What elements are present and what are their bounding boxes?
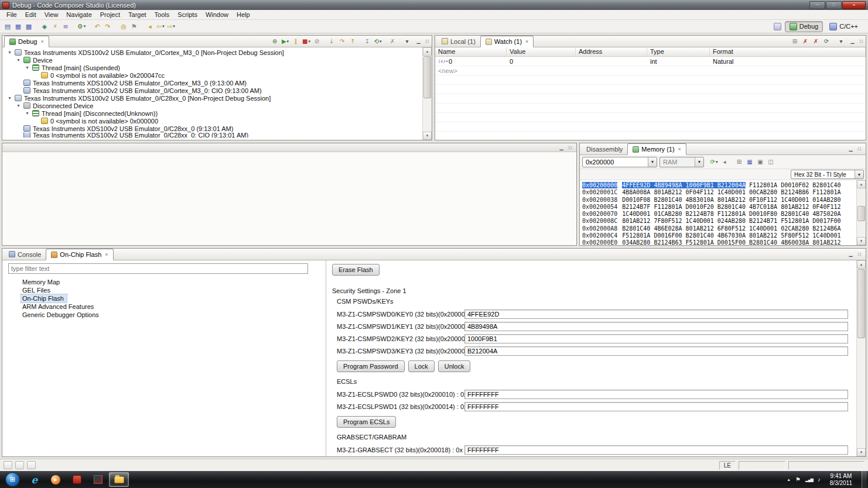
flash-field-input[interactable] [464, 310, 848, 319]
minimize-view-icon[interactable]: ▁ [846, 145, 855, 153]
minimize-view-icon[interactable]: ▁ [557, 143, 566, 152]
minimize-window-button[interactable]: ─ [809, 1, 825, 9]
memory-row[interactable]: 0x0020001C4B8A008A 801AB212 0F04F112 1C4… [582, 189, 856, 196]
combo-dropdown-icon[interactable]: ▼ [648, 157, 657, 167]
flash-options-tree-item[interactable]: GEL Files [8, 286, 320, 294]
debug-tree-item[interactable]: ▾ Texas Instruments XDS100v2 USB Emulato… [2, 94, 422, 102]
instruction-step-icon[interactable]: ↧ [362, 37, 373, 46]
debug-launch-icon[interactable]: ⚙▾ [76, 21, 87, 32]
debug-tree-item[interactable]: ▾ Disconnected Device [2, 102, 422, 109]
network-icon[interactable]: ▂▄▆ [805, 477, 813, 482]
refresh-icon[interactable]: ⟳ [821, 37, 832, 46]
new-target-config-icon[interactable]: ◈ [39, 21, 50, 32]
flash-field-input[interactable] [464, 346, 848, 356]
memory-row[interactable]: 0x002000C4F512801A D0016F00 B2801C40 4B6… [582, 232, 856, 239]
redo-icon[interactable]: ↷ [102, 21, 113, 32]
memory-scrollbar[interactable]: ▲ ▼ [856, 180, 866, 245]
view-menu-icon[interactable]: ▾ [836, 37, 846, 46]
refresh-icon[interactable]: ⟳▾ [709, 157, 719, 167]
memory-address-combo[interactable]: ▼ [582, 157, 657, 167]
watch-row[interactable]: <new> [435, 66, 866, 75]
menu-item[interactable]: Edit [21, 11, 40, 19]
menu-item[interactable]: Tools [151, 11, 174, 19]
remove-all-expressions-icon[interactable]: ✗ [811, 37, 821, 46]
tab-memory[interactable]: Memory (1) × [627, 143, 686, 155]
suspend-icon[interactable]: ∥ [291, 37, 301, 46]
flash-options-tree-item[interactable]: Generic Debugger Options [8, 311, 320, 319]
column-header[interactable]: Name [435, 47, 507, 56]
taskbar-clock[interactable]: 9:41 AM 8/3/2011 [825, 473, 857, 487]
close-tab-icon[interactable]: × [678, 146, 681, 152]
menu-item[interactable]: Project [96, 11, 124, 19]
save-memory-icon[interactable]: ▦ [744, 157, 755, 167]
flash-programmer-icon[interactable]: ⚡ [50, 21, 60, 32]
tab-debug[interactable]: Debug × [4, 36, 49, 47]
flash-field-input[interactable] [464, 390, 848, 399]
perspective-cpp[interactable]: C/C++ [825, 21, 863, 32]
memory-address-input[interactable] [583, 159, 648, 166]
debug-tree-item[interactable]: Texas Instruments XDS100v2 USB Emulator_… [2, 132, 422, 138]
maximize-view-icon[interactable]: □ [423, 37, 432, 46]
close-tab-icon[interactable]: × [525, 39, 528, 44]
maximize-view-icon[interactable]: □ [857, 37, 866, 46]
memory-row[interactable]: 0x0020008C801AB212 7F80F512 1C40D001 024… [582, 218, 856, 225]
disconnect-icon[interactable]: ⊘ [312, 37, 322, 46]
flash-field-input[interactable] [464, 322, 848, 331]
column-header[interactable]: Format [710, 47, 866, 56]
tree-expander-icon[interactable]: ▾ [25, 111, 30, 116]
program-password-button[interactable]: Program Password [337, 360, 405, 372]
memory-row[interactable]: 0x00200054B2124B7F F112801A D0010F20 B28… [582, 204, 856, 211]
minimize-view-icon[interactable]: ▁ [848, 37, 857, 46]
scrollbar-thumb[interactable] [423, 56, 431, 98]
scroll-up-icon[interactable]: ▲ [857, 180, 866, 188]
flash-field-input[interactable] [464, 334, 848, 343]
unlock-button[interactable]: Unlock [438, 360, 471, 372]
debug-tree-item[interactable]: Texas Instruments XDS100v2 USB Emulator_… [2, 125, 422, 132]
program-ecsls-button[interactable]: Program ECSLs [337, 416, 396, 428]
combo-dropdown-icon[interactable]: ▼ [695, 157, 703, 167]
history-back-icon[interactable]: ◂ [719, 157, 730, 167]
menu-item[interactable]: Help [233, 11, 254, 19]
resume-icon[interactable]: ▶▾ [280, 37, 291, 46]
undo-icon[interactable]: ↶ [92, 21, 102, 32]
tab-console[interactable]: Console [4, 249, 46, 260]
debug-tree-item[interactable]: Texas Instruments XDS100v2 USB Emulator_… [2, 87, 422, 94]
minimize-view-icon[interactable]: ▁ [846, 250, 855, 259]
lock-icon[interactable]: ▣ [755, 157, 766, 167]
menu-item[interactable]: Target [124, 11, 151, 19]
menu-item[interactable]: Navigate [62, 11, 95, 19]
scroll-down-icon[interactable]: ▼ [857, 237, 866, 245]
debug-tree-scrollbar[interactable]: ▲ ▼ [422, 47, 432, 140]
memory-format-combo[interactable]: Hex 32 Bit - TI Style ▼ [791, 170, 864, 179]
memory-row[interactable]: 0x002000701C40D001 01CAB280 B2124B78 F11… [582, 211, 856, 218]
show-desktop-button[interactable] [862, 471, 867, 488]
step-into-icon[interactable]: ↓ [326, 37, 337, 46]
maximize-view-icon[interactable]: □ [855, 145, 864, 153]
memory-row[interactable]: 0x002000E0034AB280 B2124B63 F512801A D00… [582, 239, 856, 245]
tree-expander-icon[interactable]: ▾ [25, 65, 30, 70]
debug-tree-item[interactable]: Texas Instruments XDS100v2 USB Emulator_… [2, 79, 422, 87]
scrollbar-thumb[interactable] [857, 269, 865, 338]
flash-options-tree-item[interactable]: On-Chip Flash [8, 294, 320, 303]
tab-on-chip-flash[interactable]: On-Chip Flash × [46, 249, 113, 260]
open-perspective-button[interactable] [773, 21, 783, 32]
start-button[interactable]: ⊞ [5, 472, 20, 487]
last-edit-location-icon[interactable]: ◂ [145, 21, 155, 32]
hidden-icons-button[interactable]: ▲ [787, 477, 791, 482]
new-icon[interactable]: ▤ [2, 21, 13, 32]
erase-flash-button[interactable]: Erase Flash [332, 264, 380, 276]
tree-expander-icon[interactable]: ▾ [7, 95, 12, 101]
split-view-icon[interactable]: ◫ [766, 157, 776, 167]
tab-disassembly[interactable]: Disassembly [582, 143, 627, 155]
minimize-view-icon[interactable]: ▁ [414, 37, 423, 46]
flash-field-input[interactable] [464, 445, 848, 455]
lock-button[interactable]: Lock [408, 360, 435, 372]
column-header[interactable]: Value [507, 47, 576, 56]
memory-row[interactable]: 0x00200038D0010F08 B2801C40 4B83010A 801… [582, 197, 856, 204]
step-over-icon[interactable]: ↷ [337, 37, 347, 46]
flash-options-tree-item[interactable]: Memory Map [8, 278, 320, 286]
search-icon[interactable]: ◎ [118, 21, 129, 32]
show-type-names-icon[interactable]: ⊞ [790, 37, 800, 46]
menu-item[interactable]: Window [201, 11, 233, 19]
maximize-window-button[interactable]: □ [826, 1, 842, 9]
